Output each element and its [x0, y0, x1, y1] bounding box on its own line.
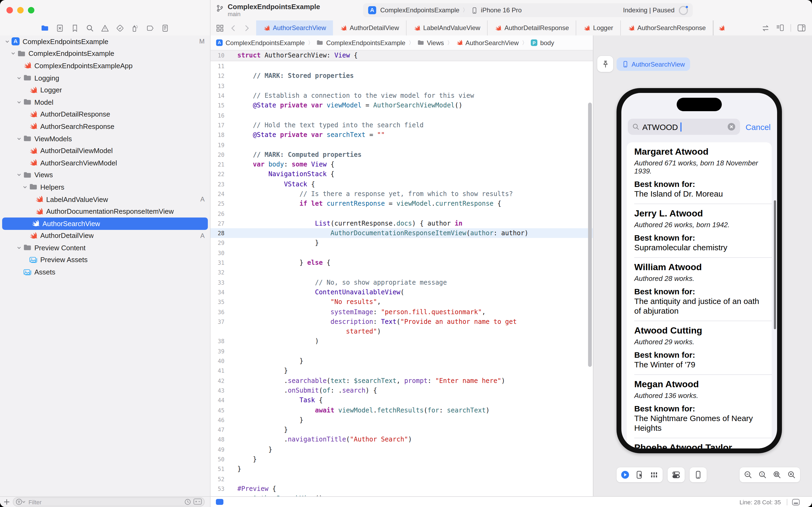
tab-label: Logger — [593, 24, 613, 32]
author-result-row[interactable]: Phoebe Atwood TaylorAuthored 35 works, b… — [634, 438, 772, 448]
swap-editor-icon[interactable] — [761, 24, 769, 32]
sidebar-item-AuthorDocumentationResponseItemView[interactable]: AuthorDocumentationResponseItemView — [0, 206, 210, 218]
navigator-breakpoints-icon[interactable] — [146, 24, 154, 32]
live-preview-button[interactable] — [621, 470, 629, 479]
sidebar-item-Helpers[interactable]: Helpers — [0, 181, 210, 193]
sidebar-item-Views[interactable]: Views — [0, 169, 210, 181]
zoom-fit-icon[interactable] — [773, 470, 781, 479]
toolbar-divider — [210, 0, 211, 20]
device-settings-button[interactable] — [672, 470, 681, 479]
sidebar-item-ViewModels[interactable]: ViewModels — [0, 133, 210, 145]
preview-target-chip[interactable]: AuthorSearchView — [617, 57, 690, 71]
sidebar-item-AuthorDetailViewModel[interactable]: AuthorDetailViewModel — [0, 145, 210, 157]
scheme-name[interactable]: ComplexEndpointsExample — [380, 6, 459, 14]
pin-preview-button[interactable] — [597, 56, 613, 72]
breadcrumb-item[interactable]: AuthorSearchView — [456, 39, 519, 47]
navigator-reports-icon[interactable] — [161, 24, 169, 32]
breadcrumb-item[interactable]: Pbody — [531, 39, 554, 47]
navigator-debug-icon[interactable] — [131, 24, 139, 32]
sidebar-item-ComplexEndpointsExampleApp[interactable]: ComplexEndpointsExampleApp — [0, 60, 210, 72]
back-icon[interactable] — [229, 24, 237, 32]
sidebar-item-Preview Content[interactable]: Preview Content — [0, 242, 210, 254]
zoom-button[interactable] — [28, 7, 35, 13]
author-result-row[interactable]: William AtwoodAuthored 28 works.Best kno… — [634, 257, 772, 321]
sidebar-item-LabelAndValueView[interactable]: LabelAndValueViewA — [0, 193, 210, 205]
navigator-tests-icon[interactable] — [116, 24, 124, 32]
line-number: 41 — [211, 368, 229, 374]
variants-mode-button[interactable] — [650, 470, 658, 479]
recents-icon[interactable] — [184, 498, 191, 505]
search-field[interactable]: ATWOOD — [628, 119, 740, 135]
author-result-row[interactable]: Atwood CuttingAuthored 29 works.Best kno… — [634, 321, 772, 374]
sidebar-item-ComplexEndpointsExample[interactable]: ComplexEndpointsExample — [0, 48, 210, 60]
sidebar-item-Logging[interactable]: Logging — [0, 72, 210, 84]
list-scrollbar[interactable] — [774, 200, 776, 329]
editor-tab[interactable]: AuthorDetailResponse — [488, 20, 577, 36]
zoom-out-icon[interactable] — [744, 470, 752, 479]
disclosure-chevron-icon[interactable] — [15, 75, 23, 81]
disclosure-chevron-icon[interactable] — [3, 39, 11, 45]
sidebar-item-Model[interactable]: Model — [0, 96, 210, 108]
editor-tab[interactable]: LabelAndValueView — [407, 20, 488, 36]
navigator-issues-icon[interactable] — [101, 24, 109, 32]
new-tab-button[interactable] — [769, 5, 777, 14]
run-destination[interactable]: iPhone 16 Pro — [481, 6, 522, 14]
add-editor-icon[interactable] — [798, 24, 806, 32]
sidebar-item-AuthorDetailResponse[interactable]: AuthorDetailResponse — [0, 108, 210, 120]
run-button[interactable] — [189, 6, 197, 14]
preview-device-button[interactable] — [694, 470, 702, 479]
breadcrumb-item[interactable]: ComplexEndpointsExample — [316, 39, 405, 47]
editor-tab[interactable]: AuthorSearchView — [256, 20, 333, 36]
navigator-toggle-icon[interactable] — [46, 5, 58, 15]
sidebar-item-AuthorDetailView[interactable]: AuthorDetailViewA — [0, 230, 210, 242]
breadcrumb-item[interactable]: ComplexEndpointsExample — [216, 39, 305, 47]
clipped-tab[interactable] — [713, 20, 730, 36]
cancel-button[interactable]: Cancel — [746, 122, 772, 131]
disclosure-chevron-icon[interactable] — [15, 135, 23, 142]
disclosure-chevron-icon[interactable] — [9, 51, 17, 57]
breakpoints-toggle[interactable] — [216, 499, 223, 505]
zoom-100-icon[interactable]: 1 — [758, 470, 767, 479]
navigator-source-control-icon[interactable] — [56, 24, 64, 32]
folder-icon — [23, 73, 32, 82]
sidebar-item-AuthorSearchView[interactable]: AuthorSearchView — [2, 218, 208, 230]
zoom-in-icon[interactable] — [787, 470, 796, 479]
related-items-icon[interactable] — [216, 24, 224, 32]
disclosure-chevron-icon[interactable] — [15, 99, 23, 105]
sidebar-item-Assets[interactable]: Assets — [0, 266, 210, 278]
flatten-icon[interactable] — [193, 498, 202, 505]
scheme-selector[interactable]: ComplexEndpointsExample 〉 iPhone 16 Pro … — [363, 3, 693, 17]
selectable-mode-button[interactable] — [635, 470, 644, 479]
navigator-find-icon[interactable] — [86, 24, 94, 32]
sidebar-item-ComplexEndpointsExample[interactable]: ComplexEndpointsExampleM — [0, 36, 210, 48]
editor-tab[interactable]: Logger — [577, 20, 621, 36]
editor-tab[interactable]: AuthorSearchResponse — [621, 20, 713, 36]
author-result-row[interactable]: Megan AtwoodAuthored 136 works.Best know… — [634, 374, 772, 438]
sidebar-item-Preview Assets[interactable]: Preview Assets — [0, 254, 210, 266]
progress-spinner-icon — [679, 6, 688, 15]
editor-bottom-bar-icon[interactable] — [792, 498, 800, 506]
sidebar-item-Logger[interactable]: Logger — [0, 84, 210, 96]
filter-field[interactable]: Filter — [13, 497, 205, 506]
disclosure-chevron-icon[interactable] — [15, 172, 23, 178]
editor-tab[interactable]: AuthorDetailView — [333, 20, 407, 36]
navigator-bookmarks-icon[interactable] — [71, 24, 79, 32]
editor-scrollbar[interactable] — [588, 103, 592, 367]
disclosure-chevron-icon[interactable] — [21, 184, 29, 190]
line-number: 36 — [211, 308, 229, 315]
breadcrumb-item[interactable]: Views — [417, 39, 444, 47]
editor-options-icon[interactable] — [776, 24, 784, 32]
source-editor[interactable]: 10struct AuthorSearchView: View { 1112//… — [211, 51, 593, 496]
sidebar-item-AuthorSearchViewModel[interactable]: AuthorSearchViewModel — [0, 157, 210, 169]
author-result-row[interactable]: Margaret AtwoodAuthored 671 works, born … — [627, 142, 772, 204]
inspector-toggle-icon[interactable] — [792, 5, 803, 15]
disclosure-chevron-icon[interactable] — [15, 245, 23, 251]
add-file-button[interactable] — [0, 498, 13, 505]
author-result-row[interactable]: Jerry L. AtwoodAuthored 26 works, born 1… — [634, 204, 772, 257]
close-button[interactable] — [6, 7, 13, 13]
clear-search-icon[interactable] — [728, 122, 736, 131]
minimize-button[interactable] — [17, 7, 23, 13]
sidebar-item-AuthorSearchResponse[interactable]: AuthorSearchResponse — [0, 120, 210, 132]
forward-icon[interactable] — [243, 24, 251, 32]
navigator-project-icon[interactable] — [41, 24, 49, 32]
